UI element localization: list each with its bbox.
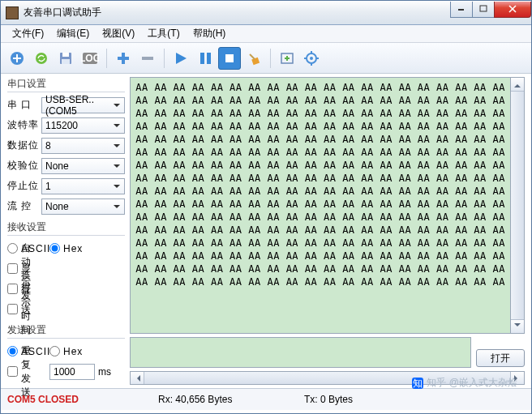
new-icon[interactable] (6, 47, 28, 70)
app-icon (6, 6, 19, 19)
status-bar: COM5 CLOSED Rx: 40,656 Bytes Tx: 0 Bytes (1, 388, 531, 410)
send-hex-radio[interactable]: Hex (49, 344, 84, 360)
vertical-scrollbar[interactable] (511, 77, 525, 334)
status-rx: Rx: 40,656 Bytes (158, 394, 304, 405)
svg-text:知: 知 (413, 378, 423, 389)
menu-tools[interactable]: 工具(T) (141, 25, 186, 42)
add-window-icon[interactable] (276, 47, 298, 70)
showtime-checkbox[interactable]: 显示时间 (7, 301, 41, 318)
svg-rect-1 (480, 6, 487, 11)
interval-input[interactable]: 1000 (49, 364, 95, 380)
clear-icon[interactable] (242, 47, 265, 70)
play-icon[interactable] (169, 47, 192, 70)
parity-select[interactable]: None (41, 158, 125, 174)
minimize-button[interactable] (450, 2, 473, 18)
log-icon[interactable]: LOG (79, 47, 101, 70)
pause-icon[interactable] (194, 47, 217, 70)
databits-select[interactable]: 8 (41, 138, 125, 154)
scroll-up-icon[interactable] (511, 78, 524, 92)
svg-rect-19 (225, 54, 234, 62)
plus-icon[interactable] (112, 47, 135, 70)
port-select[interactable]: USB-SER.. (COM5 (41, 97, 125, 113)
svg-rect-18 (207, 53, 211, 64)
menu-edit[interactable]: 编辑(E) (50, 25, 96, 42)
recv-group-title: 接收设置 (7, 220, 125, 236)
svg-marker-16 (176, 53, 187, 64)
watermark: 知 知乎 @嵌入式大杂烩 (412, 376, 517, 390)
refresh-icon[interactable] (30, 47, 53, 70)
minus-icon[interactable] (136, 47, 159, 70)
svg-point-26 (310, 57, 313, 60)
svg-line-21 (250, 54, 255, 59)
svg-rect-17 (200, 53, 204, 64)
status-port: COM5 CLOSED (7, 394, 158, 405)
port-label: 串 口 (7, 98, 41, 112)
repeat-checkbox[interactable]: 重复发送 (7, 364, 41, 380)
stop-icon[interactable] (218, 47, 241, 70)
open-button[interactable]: 打开 (476, 349, 525, 367)
svg-rect-9 (62, 53, 69, 57)
scroll-left-icon[interactable] (131, 372, 144, 384)
ms-label: ms (98, 366, 111, 378)
menu-view[interactable]: 视图(V) (96, 25, 141, 42)
menu-help[interactable]: 帮助(H) (187, 25, 233, 42)
stopbits-select[interactable]: 1 (41, 178, 125, 194)
maximize-button[interactable] (472, 2, 495, 18)
menu-file[interactable]: 文件(F) (6, 25, 50, 42)
serial-group-title: 串口设置 (7, 77, 125, 92)
status-tx: Tx: 0 Bytes (304, 394, 525, 405)
flow-select[interactable]: None (41, 198, 125, 215)
parity-label: 校验位 (7, 159, 41, 173)
send-textarea[interactable] (130, 337, 471, 368)
receive-textarea[interactable]: AA AA AA AA AA AA AA AA AA AA AA AA AA A… (130, 77, 511, 334)
baud-label: 波特率 (7, 118, 41, 132)
menu-bar: 文件(F) 编辑(E) 视图(V) 工具(T) 帮助(H) (1, 25, 531, 43)
settings-icon[interactable] (300, 47, 323, 70)
close-button[interactable] (494, 2, 531, 18)
window-title: 友善串口调试助手 (24, 6, 451, 19)
svg-point-7 (36, 53, 47, 64)
scroll-down-icon[interactable] (511, 319, 524, 333)
data-label: 数据位 (7, 139, 41, 152)
svg-rect-20 (251, 57, 260, 64)
svg-rect-10 (62, 59, 70, 64)
recv-hex-radio[interactable]: Hex (49, 241, 84, 257)
save-icon[interactable] (54, 47, 77, 70)
svg-text:LOG: LOG (81, 53, 99, 64)
stop-label: 停止位 (7, 179, 41, 193)
send-group-title: 发送设置 (7, 323, 125, 339)
flow-label: 流 控 (7, 199, 41, 213)
baud-select[interactable]: 115200 (41, 117, 125, 134)
toolbar: LOG (1, 43, 531, 74)
